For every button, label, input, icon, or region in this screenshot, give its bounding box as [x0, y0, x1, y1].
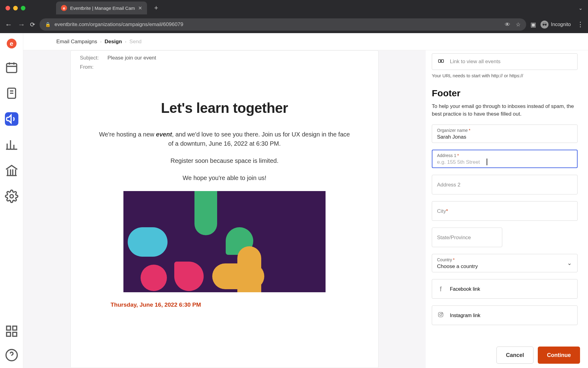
browser-tab[interactable]: e Eventbrite | Manage Email Cam ✕ — [56, 2, 147, 14]
state-label: State/Province — [437, 235, 471, 241]
rail-help-icon[interactable] — [5, 348, 18, 362]
tabs-chevron-icon[interactable]: ⌄ — [579, 5, 582, 11]
instagram-icon — [437, 312, 444, 320]
breadcrumb-sep-2: › — [125, 39, 126, 44]
instagram-link-field[interactable]: Instagram link — [432, 305, 578, 325]
country-field[interactable]: Country* ⌄ — [432, 254, 578, 272]
svg-rect-4 — [13, 326, 17, 330]
address2-field[interactable]: Address 2 — [432, 175, 578, 194]
rail-chart-icon[interactable] — [5, 138, 18, 151]
footer-desc: To help your email go through to inboxes… — [432, 103, 578, 118]
reload-icon[interactable]: ⟳ — [30, 21, 35, 28]
svg-point-11 — [440, 314, 442, 316]
svg-rect-0 — [6, 63, 17, 72]
rail-page-icon[interactable] — [5, 86, 18, 100]
required-star: * — [469, 128, 470, 133]
panel-icon[interactable]: ▣ — [530, 21, 536, 28]
state-field[interactable]: State/Province — [432, 228, 502, 247]
city-field[interactable]: City* — [432, 201, 578, 221]
browser-menu-icon[interactable]: ⋮ — [577, 21, 584, 29]
rail-calendar-icon[interactable] — [5, 61, 18, 74]
url-bar[interactable]: 🔒 eventbrite.com/organizations/campaigns… — [40, 18, 526, 31]
new-tab-button[interactable]: + — [154, 4, 158, 12]
tab-close-icon[interactable]: ✕ — [138, 5, 142, 11]
required-star: * — [453, 257, 454, 262]
continue-button[interactable]: Continue — [538, 347, 580, 364]
shape-pink-drop — [174, 262, 204, 291]
url-text: eventbrite.com/organizations/campaigns/e… — [55, 21, 501, 28]
facebook-icon: f — [437, 285, 444, 293]
event-date-line: Thursday, June 16, 2022 6:30 PM — [98, 292, 351, 308]
main-column: Email Campaigns › Design › Send Subject:… — [23, 33, 588, 368]
eventbrite-logo[interactable]: e — [7, 39, 17, 48]
from-label: From: — [80, 64, 102, 70]
tab-title: Eventbrite | Manage Email Cam — [70, 6, 135, 11]
nav-forward-icon: → — [17, 20, 26, 29]
lock-icon: 🔒 — [45, 22, 51, 27]
link-all-events-label: Link to view all events — [450, 59, 500, 65]
app-root: e Email Campaigns — [0, 33, 588, 368]
body-paragraph-2: Register soon because space is limited. — [98, 156, 351, 165]
star-icon[interactable]: ☆ — [516, 21, 521, 28]
required-star: * — [446, 208, 448, 214]
address1-input[interactable] — [437, 159, 572, 165]
footer-heading: Footer — [432, 88, 578, 98]
tab-favicon: e — [61, 5, 67, 11]
organizer-name-input[interactable] — [437, 134, 572, 140]
organizer-name-field[interactable]: Organizer name* — [432, 125, 578, 143]
svg-rect-5 — [6, 332, 10, 336]
shape-yellow-vert — [237, 246, 261, 292]
breadcrumb-sep-1: › — [100, 39, 101, 44]
country-select[interactable] — [437, 263, 572, 270]
rail-bank-icon[interactable] — [5, 164, 18, 177]
event-image-wrap — [98, 191, 351, 292]
address1-label: Address 1 — [437, 153, 456, 158]
action-bar: Cancel Continue — [496, 347, 580, 364]
link-all-events-field[interactable]: Link to view all events — [432, 53, 578, 70]
window-max-dot[interactable] — [21, 6, 25, 10]
address1-field[interactable]: Address 1* — [432, 150, 578, 168]
svg-rect-3 — [6, 326, 10, 330]
svg-rect-6 — [13, 332, 17, 336]
eye-off-icon[interactable]: 👁 — [505, 21, 510, 28]
body-paragraph-1: We're hosting a new event, and we'd love… — [98, 130, 351, 148]
shape-blue-pill — [128, 227, 168, 257]
country-label: Country — [437, 257, 452, 262]
subject-label: Subject: — [80, 55, 102, 61]
breadcrumb: Email Campaigns › Design › Send — [23, 33, 588, 50]
cancel-button[interactable]: Cancel — [496, 347, 533, 364]
shape-pink-circle — [141, 265, 167, 291]
incognito-label: Incognito — [551, 22, 571, 27]
breadcrumb-design[interactable]: Design — [105, 39, 122, 45]
rail-settings-icon[interactable] — [5, 190, 18, 203]
content-row: Subject: Please join our event From: Let… — [23, 50, 588, 368]
p1-c: , and we'd love to see you there. Join u… — [168, 131, 350, 147]
facebook-link-field[interactable]: f Facebook link — [432, 279, 578, 299]
subject-value: Please join our event — [107, 55, 156, 61]
rail-apps-icon[interactable] — [5, 324, 18, 338]
city-label: City — [437, 208, 446, 214]
email-body: Let's learn together We're hosting a new… — [71, 75, 378, 314]
instagram-label: Instagram link — [450, 313, 481, 318]
email-subject-row: Subject: Please join our event — [71, 51, 378, 62]
link-icon — [438, 58, 444, 66]
facebook-label: Facebook link — [450, 286, 480, 292]
breadcrumb-email-campaigns[interactable]: Email Campaigns — [56, 39, 97, 45]
window-close-dot[interactable] — [6, 6, 10, 10]
event-image — [123, 191, 326, 292]
window-controls-bar: e Eventbrite | Manage Email Cam ✕ + ⌄ — [0, 0, 588, 16]
window-min-dot[interactable] — [13, 6, 18, 10]
incognito-badge[interactable]: 🕶 Incognito — [541, 21, 571, 29]
hero-title: Let's learn together — [98, 100, 351, 116]
nav-back-icon[interactable]: ← — [4, 20, 13, 29]
email-preview-card: Subject: Please join our event From: Let… — [70, 50, 379, 368]
rail-megaphone-icon[interactable] — [5, 112, 18, 126]
shape-green-pill — [194, 191, 217, 235]
email-from-row: From: — [71, 62, 378, 75]
required-star: * — [457, 153, 459, 158]
p1-a: We're hosting a new — [99, 131, 156, 138]
browser-chrome: e Eventbrite | Manage Email Cam ✕ + ⌄ ← … — [0, 0, 588, 33]
url-hint: Your URL needs to start with http:// or … — [432, 73, 578, 78]
p1-strong: event — [156, 131, 172, 138]
incognito-icon: 🕶 — [541, 21, 548, 29]
